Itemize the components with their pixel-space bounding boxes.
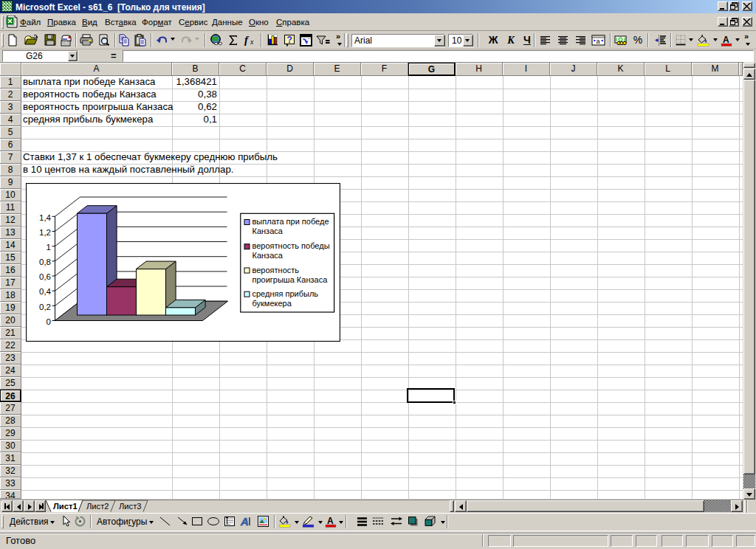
svg-text:Канзаса: Канзаса	[252, 227, 284, 235]
svg-text:0,4: 0,4	[39, 287, 52, 296]
svg-text:a: a	[597, 38, 600, 45]
svg-text:1,4: 1,4	[39, 213, 52, 222]
svg-text:f: f	[244, 34, 250, 46]
svg-text:1: 1	[47, 243, 51, 252]
svg-text:x: x	[250, 38, 254, 46]
svg-text:Лист3: Лист3	[119, 502, 142, 511]
svg-text:проигрыша Канзаса: проигрыша Канзаса	[252, 275, 329, 284]
svg-text:0,8: 0,8	[39, 258, 51, 266]
svg-text:?: ?	[287, 35, 292, 45]
svg-text:A: A	[240, 515, 249, 528]
svg-text:Лист2: Лист2	[86, 502, 109, 511]
svg-text:Лист1: Лист1	[53, 502, 78, 511]
svg-text:1,2: 1,2	[39, 228, 51, 237]
svg-text:выплата при победе: выплата при победе	[252, 217, 329, 226]
svg-text:0,6: 0,6	[39, 272, 51, 281]
svg-text:вероятность победы: вероятность победы	[252, 241, 330, 250]
svg-text:букмекера: букмекера	[252, 299, 292, 308]
svg-text:0,2: 0,2	[39, 303, 51, 311]
svg-text:средняя прибыль: средняя прибыль	[252, 289, 319, 298]
svg-text:вероятность: вероятность	[252, 266, 300, 274]
svg-text:0: 0	[47, 317, 51, 326]
svg-text:Канзаса: Канзаса	[252, 251, 284, 260]
